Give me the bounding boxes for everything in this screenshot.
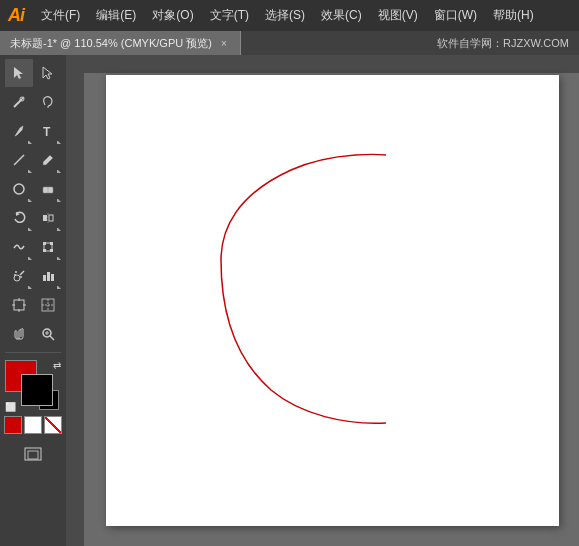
- menu-file[interactable]: 文件(F): [34, 3, 87, 28]
- symbol-sprayer-tool[interactable]: [5, 262, 33, 290]
- type-tool[interactable]: T: [34, 117, 62, 145]
- toolbar: T: [0, 55, 66, 546]
- menu-select[interactable]: 选择(S): [258, 3, 312, 28]
- tool-row-line: [0, 146, 66, 174]
- menu-window[interactable]: 窗口(W): [427, 3, 484, 28]
- toolbar-separator: [5, 352, 61, 353]
- svg-rect-41: [25, 448, 41, 460]
- svg-line-38: [50, 336, 54, 340]
- canvas-area: [66, 55, 579, 546]
- pencil-tool[interactable]: [34, 146, 62, 174]
- tool-row-magic: [0, 88, 66, 116]
- tab-bar: 未标题-1* @ 110.54% (CMYK/GPU 预览) × 软件自学网：R…: [0, 31, 579, 55]
- color-swatch-white[interactable]: [24, 416, 42, 434]
- tool-row-selection: [0, 59, 66, 87]
- svg-rect-14: [49, 215, 53, 221]
- tool-row-hand: [0, 320, 66, 348]
- color-fill-stroke-area: ⇄ ⬜: [5, 360, 61, 412]
- svg-rect-17: [43, 242, 46, 245]
- svg-line-22: [20, 271, 24, 275]
- line-segment-tool[interactable]: [5, 146, 33, 174]
- svg-rect-43: [66, 55, 579, 73]
- svg-rect-27: [47, 272, 50, 281]
- svg-text:T: T: [43, 125, 51, 138]
- tool-row-pen: T: [0, 117, 66, 145]
- menu-view[interactable]: 视图(V): [371, 3, 425, 28]
- reset-colors-button[interactable]: ⬜: [5, 402, 16, 412]
- color-swatch-none[interactable]: [44, 416, 62, 434]
- selection-tool[interactable]: [5, 59, 33, 87]
- tool-row-symbol: [0, 262, 66, 290]
- color-swatch-red[interactable]: [4, 416, 22, 434]
- screen-mode-area: [15, 440, 51, 468]
- main-layout: T: [0, 55, 579, 546]
- tab-label: 未标题-1* @ 110.54% (CMYK/GPU 预览): [10, 36, 212, 51]
- column-graph-tool[interactable]: [34, 262, 62, 290]
- stroke-color-box[interactable]: [21, 374, 53, 406]
- svg-marker-1: [43, 67, 52, 79]
- tool-row-artboard: [0, 291, 66, 319]
- menu-bar: 文件(F) 编辑(E) 对象(O) 文字(T) 选择(S) 效果(C) 视图(V…: [34, 3, 571, 28]
- svg-point-25: [14, 274, 16, 276]
- svg-rect-13: [43, 215, 47, 221]
- magic-wand-tool[interactable]: [5, 88, 33, 116]
- rotate-tool-btn[interactable]: [5, 204, 33, 232]
- svg-rect-28: [51, 274, 54, 281]
- menu-effect[interactable]: 效果(C): [314, 3, 369, 28]
- free-transform-tool[interactable]: [34, 233, 62, 261]
- hand-tool-btn[interactable]: [5, 320, 33, 348]
- active-tab[interactable]: 未标题-1* @ 110.54% (CMYK/GPU 预览) ×: [0, 31, 241, 55]
- svg-rect-19: [43, 249, 46, 252]
- slice-tool[interactable]: [34, 291, 62, 319]
- svg-line-7: [14, 155, 24, 165]
- title-bar: Ai 文件(F) 编辑(E) 对象(O) 文字(T) 选择(S) 效果(C) 视…: [0, 0, 579, 31]
- artboard-tool-btn[interactable]: [5, 291, 33, 319]
- tool-row-shape: [0, 175, 66, 203]
- svg-rect-29: [14, 300, 24, 310]
- svg-rect-20: [50, 249, 53, 252]
- change-screen-mode-button[interactable]: [15, 440, 51, 468]
- svg-point-23: [15, 271, 17, 273]
- ruler-top: [66, 55, 579, 73]
- direct-selection-tool[interactable]: [34, 59, 62, 87]
- svg-point-9: [14, 184, 24, 194]
- lasso-tool[interactable]: [34, 88, 62, 116]
- menu-edit[interactable]: 编辑(E): [89, 3, 143, 28]
- reflect-tool[interactable]: [34, 204, 62, 232]
- menu-text[interactable]: 文字(T): [203, 3, 256, 28]
- svg-rect-26: [43, 275, 46, 281]
- white-canvas: [106, 75, 559, 526]
- tool-row-rotate: [0, 204, 66, 232]
- svg-rect-42: [28, 451, 38, 459]
- tool-row-warp: [0, 233, 66, 261]
- eraser-tool[interactable]: [34, 175, 62, 203]
- color-mode-tools: [4, 416, 62, 434]
- ellipse-tool[interactable]: [5, 175, 33, 203]
- svg-rect-44: [66, 55, 84, 546]
- watermark-text: 软件自学网：RJZXW.COM: [437, 36, 579, 51]
- menu-object[interactable]: 对象(O): [145, 3, 200, 28]
- app-logo: Ai: [8, 5, 24, 26]
- drawing-svg: [106, 75, 559, 526]
- warp-tool-btn[interactable]: [5, 233, 33, 261]
- red-c-curve: [221, 154, 386, 423]
- swap-colors-button[interactable]: ⇄: [53, 360, 61, 371]
- ruler-left: [66, 55, 84, 546]
- pen-tool[interactable]: [5, 117, 33, 145]
- menu-help[interactable]: 帮助(H): [486, 3, 541, 28]
- tab-close-button[interactable]: ×: [218, 37, 230, 49]
- svg-rect-18: [50, 242, 53, 245]
- svg-marker-0: [14, 67, 23, 79]
- svg-point-24: [20, 276, 22, 278]
- zoom-tool-btn[interactable]: [34, 320, 62, 348]
